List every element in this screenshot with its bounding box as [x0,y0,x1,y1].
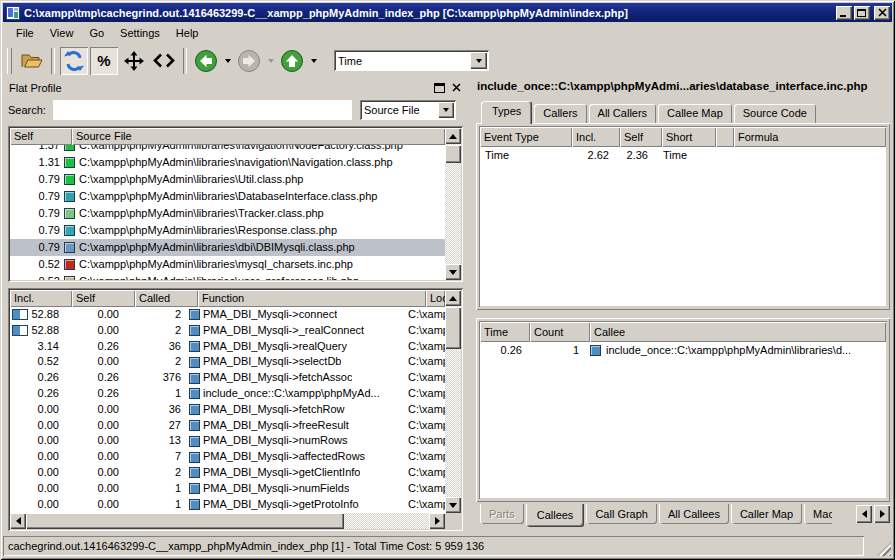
function-row[interactable]: 0.26 0.26 1 include_once::C:\xampp\phpMy… [10,386,445,402]
function-row[interactable]: 52.88 0.00 2 PMA_DBI_Mysqli->connect C:\… [10,307,445,323]
close-button[interactable] [874,6,890,20]
function-row[interactable]: 3.14 0.26 36 PMA_DBI_Mysqli->realQuery C… [10,339,445,355]
dock-arrangement-button[interactable] [119,46,149,76]
column-header-function[interactable]: Function [198,290,426,307]
column-header-short[interactable]: Short [662,127,716,147]
callee-row[interactable]: 0.26 1 include_once::C:\xampp\phpMyAdmin… [480,342,886,359]
tab[interactable]: All Callers [589,104,657,124]
scrollbar-thumb[interactable] [445,307,461,349]
tab[interactable]: Callee Map [658,104,732,124]
function-row[interactable]: 0.00 0.00 36 PMA_DBI_Mysqli->fetchRow C:… [10,402,445,418]
scroll-up-button[interactable] [445,128,461,144]
toolbar-handle[interactable] [7,48,12,74]
incl-cell: 0.00 [10,497,64,513]
cycle-detection-button[interactable] [60,47,88,75]
tabs-scroll-left-button[interactable] [856,505,872,523]
tab[interactable]: Callers [534,104,586,124]
tab[interactable]: Types [481,101,532,124]
function-row[interactable]: 52.88 0.00 2 PMA_DBI_Mysqli->_realConnec… [10,323,445,339]
forward-dropdown[interactable] [264,46,277,76]
column-header-time[interactable]: Time [480,322,530,342]
tab[interactable]: Source Code [734,104,816,124]
source-file-path: C:\xampp\phpMyAdmin\libraries\user_prefe… [79,273,445,280]
combobox-dropdown-button[interactable] [470,52,487,69]
menu-item[interactable]: File [8,24,42,42]
event-type-row[interactable]: Time 2.62 2.36 Time [480,147,886,164]
column-header-event-type[interactable]: Event Type [480,127,572,147]
source-file-row[interactable]: 1.37 C:\xampp\phpMyAdmin\libraries\navig… [10,145,445,154]
scrollbar-thumb[interactable] [445,145,461,163]
source-file-row[interactable]: 0.52 C:\xampp\phpMyAdmin\libraries\mysql… [10,256,445,273]
resize-grip[interactable] [877,542,891,556]
dock-close-button[interactable] [449,81,464,95]
tab[interactable]: Parts [480,504,524,524]
menu-item[interactable]: Settings [112,24,168,42]
tabs-scroll-right-button[interactable] [874,505,890,523]
forward-button[interactable] [234,46,264,76]
function-row[interactable]: 0.00 0.00 13 PMA_DBI_Mysqli->numRows C:\… [10,433,445,449]
scrollbar-thumb[interactable] [26,513,344,529]
column-header-source-file[interactable]: Source File [72,128,445,145]
menu-item[interactable]: View [42,24,82,42]
list-body: 1.37 C:\xampp\phpMyAdmin\libraries\navig… [10,145,445,280]
function-row[interactable]: 0.00 0.00 7 PMA_DBI_Mysqli->affectedRows… [10,449,445,465]
scroll-right-button[interactable] [429,513,445,529]
horizontal-scrollbar[interactable] [10,513,445,529]
column-header-self[interactable]: Self [620,127,662,147]
column-header-callee[interactable]: Callee [590,322,886,342]
column-header-self[interactable]: Self [10,128,72,145]
source-file-row[interactable]: 0.79 C:\xampp\phpMyAdmin\libraries\Track… [10,205,445,222]
event-type-combobox[interactable]: Time [334,50,489,71]
column-header-self[interactable]: Self [72,290,135,307]
open-file-button[interactable] [17,46,47,76]
relative-percent-toggle[interactable]: % [90,47,118,75]
source-file-row[interactable]: 0.52 C:\xampp\phpMyAdmin\libraries\user_… [10,273,445,280]
function-row[interactable]: 0.26 0.26 376 PMA_DBI_Mysqli->fetchAssoc… [10,370,445,386]
function-row[interactable]: 0.52 0.00 2 PMA_DBI_Mysqli->selectDb C:\… [10,354,445,370]
source-file-row[interactable]: 0.79 C:\xampp\phpMyAdmin\libraries\Datab… [10,188,445,205]
search-input[interactable] [53,100,352,120]
column-header-count[interactable]: Count [530,322,590,342]
source-file-row[interactable]: 1.31 C:\xampp\phpMyAdmin\libraries\navig… [10,154,445,171]
self-cell: 0.26 [64,370,126,386]
source-file-row[interactable]: 0.79 C:\xampp\phpMyAdmin\libraries\Respo… [10,222,445,239]
column-header-formula[interactable]: Formula [734,127,886,147]
column-header-spacer[interactable] [716,127,734,147]
vertical-scrollbar[interactable] [445,128,461,280]
function-row[interactable]: 0.00 0.00 1 PMA_DBI_Mysqli->numFields C:… [10,481,445,497]
up-button[interactable] [277,46,307,76]
column-header-incl[interactable]: Incl. [10,290,72,307]
tab[interactable]: All Callees [659,504,729,524]
window-titlebar[interactable]: C:\xampp\tmp\cachegrind.out.1416463299-C… [3,3,892,22]
maximize-button[interactable] [854,6,870,20]
source-file-row[interactable]: 0.79 C:\xampp\phpMyAdmin\libraries\Util.… [10,171,445,188]
minimize-button[interactable] [836,6,852,20]
tab[interactable]: Call Graph [586,504,657,524]
grouping-combobox[interactable]: Source File [360,100,456,120]
tab[interactable]: Callees [526,504,585,527]
column-header-called[interactable]: Called [135,290,198,307]
hide-template-toggle[interactable] [149,46,179,76]
menu-item[interactable]: Help [168,24,207,42]
vertical-scrollbar[interactable] [445,290,461,513]
column-header-incl[interactable]: Incl. [572,127,620,147]
dock-titlebar[interactable]: Flat Profile [3,78,468,97]
function-row[interactable]: 0.00 0.00 27 PMA_DBI_Mysqli->freeResult … [10,418,445,434]
tab[interactable]: Machine [804,504,832,524]
up-dropdown[interactable] [307,46,320,76]
back-dropdown[interactable] [221,46,234,76]
scroll-up-button[interactable] [445,290,461,306]
scroll-down-button[interactable] [445,264,461,280]
dock-float-button[interactable] [432,81,447,95]
tab[interactable]: Caller Map [731,504,802,524]
table-body: Time 2.62 2.36 Time [480,147,886,306]
scroll-left-button[interactable] [10,513,26,529]
column-header-location[interactable]: Location [426,290,445,307]
menu-item[interactable]: Go [81,24,112,42]
back-button[interactable] [191,46,221,76]
function-row[interactable]: 0.00 0.00 1 PMA_DBI_Mysqli->getProtoInfo… [10,497,445,513]
scroll-down-button[interactable] [445,497,461,513]
function-row[interactable]: 0.00 0.00 2 PMA_DBI_Mysqli->getClientInf… [10,465,445,481]
combobox-dropdown-button[interactable] [438,102,454,118]
source-file-row[interactable]: 0.79 C:\xampp\phpMyAdmin\libraries\dbi\D… [10,239,445,256]
